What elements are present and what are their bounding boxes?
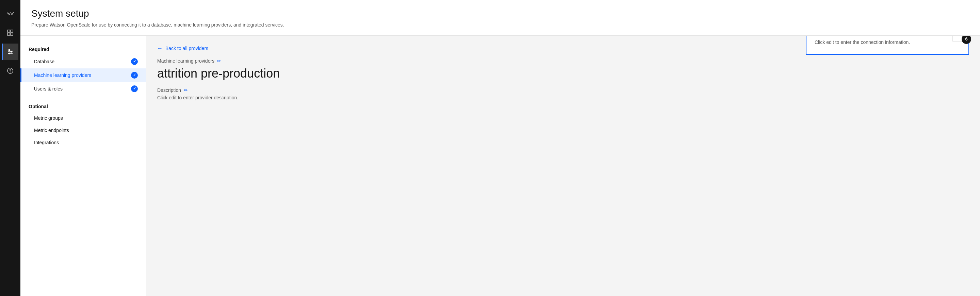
detail-content: Edit ✏ 6 Connection Click edit to enter … [157,58,969,100]
description-text: Click edit to enter provider description… [157,95,969,100]
help-icon: ? [7,67,14,74]
svg-rect-1 [11,30,13,32]
edit-btn-area: Edit ✏ 6 [953,36,969,41]
svg-point-7 [8,49,10,51]
content-area: Required Database Machine learning provi… [21,36,980,296]
description-label: Description [157,88,181,93]
svg-point-8 [11,51,12,53]
required-section-label: Required [21,44,146,55]
wave-icon [7,10,14,17]
check-icon-ml-providers [131,72,138,79]
breadcrumb: Machine learning providers [157,58,215,64]
svg-point-9 [8,53,10,54]
sidebar-item-metric-groups[interactable]: Metric groups [21,112,146,124]
arrow-left-icon: ← [157,45,163,51]
svg-text:?: ? [9,69,11,73]
svg-rect-2 [8,33,10,35]
sidebar-item-label: Machine learning providers [34,72,91,78]
page-title: System setup [31,8,969,19]
breadcrumb-row: Machine learning providers ✏ [157,58,969,64]
sidebar: Required Database Machine learning provi… [21,36,146,296]
nav-item-wave[interactable] [2,5,18,22]
sidebar-item-label: Metric endpoints [34,127,69,133]
sidebar-item-label: Integrations [34,140,59,145]
step-badge: 6 [962,36,971,44]
page-description: Prepare Watson OpenScale for use by conn… [31,22,969,29]
sliders-icon [7,48,14,55]
nav-item-sliders[interactable] [2,43,18,60]
sidebar-item-users-roles[interactable]: Users & roles [21,82,146,95]
connection-card: Edit ✏ 6 Connection Click edit to enter … [806,36,969,55]
svg-rect-3 [11,33,13,35]
page-header: System setup Prepare Watson OpenScale fo… [21,0,980,36]
sidebar-item-database[interactable]: Database [21,55,146,68]
provider-title: attrition pre-production [157,66,969,81]
check-icon-users-roles [131,85,138,92]
optional-section-label: Optional [21,101,146,112]
sidebar-item-metric-endpoints[interactable]: Metric endpoints [21,124,146,137]
connection-body: Click edit to enter the connection infor… [815,39,960,46]
check-icon-database [131,58,138,65]
main-wrapper: System setup Prepare Watson OpenScale fo… [21,0,980,296]
sidebar-item-ml-providers[interactable]: Machine learning providers [21,68,146,82]
svg-rect-0 [8,30,10,32]
breadcrumb-edit-icon[interactable]: ✏ [217,58,221,64]
description-edit-icon[interactable]: ✏ [184,88,188,93]
sidebar-item-integrations[interactable]: Integrations [21,137,146,149]
grid-icon [7,29,14,36]
back-link-label: Back to all providers [165,46,208,51]
edit-button[interactable]: ✏ 6 [953,36,969,41]
sidebar-item-label: Metric groups [34,115,63,121]
icon-rail: ? [0,0,21,296]
detail-panel: ← Back to all providers Edit ✏ 6 Connect… [146,36,980,296]
description-row: Description ✏ [157,88,969,93]
sidebar-item-label: Users & roles [34,86,63,92]
nav-item-grid[interactable] [2,24,18,41]
nav-item-help[interactable]: ? [2,63,18,79]
sidebar-item-label: Database [34,59,54,64]
